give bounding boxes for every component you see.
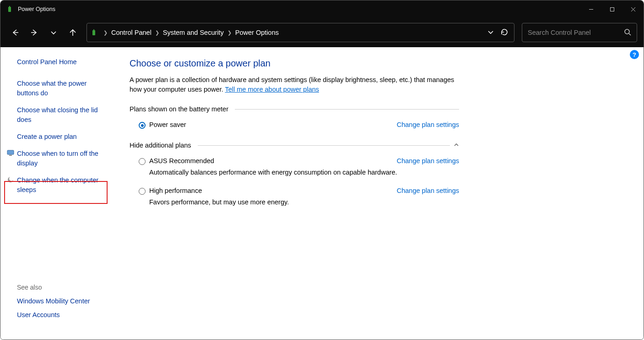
svg-rect-1: [9, 6, 10, 7]
radio-power-saver[interactable]: [139, 122, 146, 129]
monitor-icon: [7, 149, 14, 157]
chevron-right-icon[interactable]: ❯: [103, 30, 108, 36]
svg-rect-3: [610, 7, 614, 11]
moon-icon: [7, 176, 14, 183]
address-bar[interactable]: ❯ Control Panel ❯ System and Security ❯ …: [87, 23, 514, 42]
section-additional-plans[interactable]: Hide additional plans: [130, 142, 459, 149]
up-button[interactable]: [65, 24, 81, 41]
chevron-up-icon[interactable]: [454, 142, 459, 149]
forward-button[interactable]: [26, 24, 43, 41]
search-icon[interactable]: [624, 28, 631, 37]
link-change-settings-highperf[interactable]: Change plan settings: [397, 187, 459, 194]
svg-point-16: [9, 176, 14, 181]
minimize-button[interactable]: [580, 0, 601, 18]
chevron-down-icon[interactable]: [487, 29, 494, 37]
svg-rect-14: [9, 155, 12, 156]
close-button[interactable]: [622, 0, 644, 18]
radio-asus-recommended[interactable]: [139, 158, 146, 165]
sidebar: Control Panel Home Choose what the power…: [0, 47, 114, 340]
svg-rect-13: [7, 150, 14, 154]
svg-rect-9: [92, 30, 95, 35]
titlebar: Power Options: [0, 0, 644, 18]
recent-locations-button[interactable]: [45, 24, 62, 41]
breadcrumb-system-security[interactable]: System and Security: [160, 29, 227, 36]
link-change-settings-power-saver[interactable]: Change plan settings: [397, 121, 459, 128]
svg-point-11: [625, 29, 629, 34]
breadcrumb-power-options[interactable]: Power Options: [233, 29, 281, 36]
plan-highperf-desc: Favors performance, but may use more ene…: [130, 198, 459, 206]
battery-icon: [6, 5, 13, 13]
chevron-right-icon[interactable]: ❯: [227, 30, 233, 36]
navbar: ❯ Control Panel ❯ System and Security ❯ …: [0, 18, 644, 47]
link-closing-lid[interactable]: Choose what closing the lid does: [17, 105, 108, 125]
back-button[interactable]: [7, 24, 23, 41]
link-computer-sleeps[interactable]: Change when the computer sleeps: [17, 175, 108, 195]
breadcrumb-control-panel[interactable]: Control Panel: [108, 29, 154, 36]
link-tell-me-more[interactable]: Tell me more about power plans: [225, 86, 319, 93]
main-content: ? Choose or customize a power plan A pow…: [114, 47, 644, 340]
search-input[interactable]: [528, 29, 624, 36]
plan-power-saver-label: Power saver: [149, 121, 186, 128]
link-power-buttons[interactable]: Choose what the power buttons do: [17, 79, 108, 98]
svg-rect-0: [8, 7, 11, 12]
link-computer-sleeps-label: Change when the computer sleeps: [17, 176, 98, 193]
radio-high-performance[interactable]: [139, 188, 146, 195]
refresh-button[interactable]: [500, 28, 509, 38]
link-turn-off-display[interactable]: Choose when to turn off the display: [17, 149, 108, 168]
page-title: Choose or customize a power plan: [130, 58, 459, 69]
plan-asus-desc: Automatically balances performance with …: [130, 169, 459, 176]
link-control-panel-home[interactable]: Control Panel Home: [17, 57, 108, 67]
svg-rect-10: [93, 29, 94, 30]
link-create-plan[interactable]: Create a power plan: [17, 132, 108, 142]
plan-highperf-label: High performance: [149, 187, 202, 194]
plan-asus-label: ASUS Recommended: [149, 157, 214, 165]
search-box[interactable]: [522, 23, 637, 42]
section-battery-plans: Plans shown on the battery meter: [130, 105, 459, 113]
svg-line-12: [629, 33, 631, 35]
link-change-settings-asus[interactable]: Change plan settings: [397, 157, 459, 165]
maximize-button[interactable]: [601, 0, 622, 18]
link-user-accounts[interactable]: User Accounts: [17, 311, 108, 318]
page-description: A power plan is a collection of hardware…: [130, 75, 459, 94]
link-turn-off-display-label: Choose when to turn off the display: [17, 150, 98, 167]
battery-icon: [91, 29, 99, 36]
link-mobility-center[interactable]: Windows Mobility Center: [17, 297, 108, 305]
window-title: Power Options: [18, 6, 55, 12]
chevron-right-icon[interactable]: ❯: [154, 30, 160, 36]
see-also-heading: See also: [17, 284, 108, 291]
help-button[interactable]: ?: [630, 50, 639, 59]
